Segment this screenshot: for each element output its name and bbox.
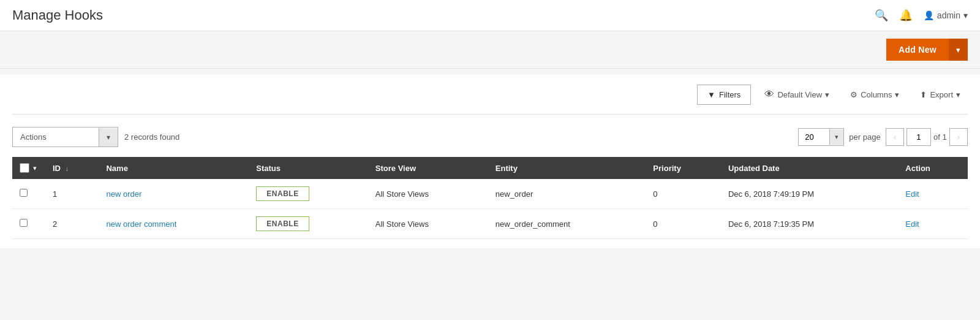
default-view-dropdown-icon: ▾ <box>825 90 829 99</box>
th-status-label: Status <box>256 164 281 173</box>
admin-user-label: admin <box>937 10 960 20</box>
row-checkbox-cell <box>12 179 45 209</box>
edit-link-1[interactable]: Edit <box>905 219 919 229</box>
row-entity-1: new_order_comment <box>488 209 646 239</box>
per-page-label: per page <box>849 132 880 142</box>
actions-select[interactable]: Actions <box>13 128 99 147</box>
header-icons: 🔍 🔔 👤 admin ▾ <box>875 9 968 22</box>
columns-dropdown-icon: ▾ <box>895 90 899 99</box>
export-dropdown-icon: ▾ <box>956 90 960 99</box>
per-page-dropdown-button[interactable]: ▾ <box>829 129 843 145</box>
filter-icon: ▼ <box>707 90 715 99</box>
row-checkbox-cell <box>12 209 45 239</box>
row-entity-0: new_order <box>488 179 646 209</box>
th-updated-date: Updated Date <box>721 157 898 179</box>
prev-page-button[interactable]: ‹ <box>886 128 904 146</box>
search-icon[interactable]: 🔍 <box>875 9 888 22</box>
page-title: Manage Hooks <box>12 7 103 23</box>
row-store-view-1: All Store Views <box>368 209 488 239</box>
actions-left: Actions ▾ 2 records found <box>12 127 179 147</box>
gear-icon: ⚙ <box>850 90 858 99</box>
row-action-0: Edit <box>898 179 968 209</box>
next-page-button[interactable]: › <box>949 128 968 146</box>
row-status-0: ENABLE <box>249 179 368 209</box>
export-label: Export <box>930 90 953 99</box>
th-priority-label: Priority <box>653 164 681 173</box>
per-page-select[interactable]: 20 <box>799 129 829 145</box>
admin-user-menu[interactable]: 👤 admin ▾ <box>924 10 968 20</box>
th-status: Status <box>249 157 368 179</box>
status-badge-1: ENABLE <box>256 216 309 231</box>
table-row: 1 new order ENABLE All Store Views new_o… <box>12 179 968 209</box>
select-all-checkbox[interactable] <box>20 163 29 173</box>
filters-button[interactable]: ▼ Filters <box>697 85 751 105</box>
th-name: Name <box>99 157 249 179</box>
th-priority: Priority <box>646 157 721 179</box>
th-name-label: Name <box>106 164 127 173</box>
content-area: ▼ Filters 👁 Default View ▾ ⚙ Columns ▾ ⬆… <box>0 75 980 248</box>
row-updated-date-0: Dec 6, 2018 7:49:19 PM <box>721 179 898 209</box>
toolbar-top: Add New ▾ <box>0 31 980 69</box>
add-new-dropdown-button[interactable]: ▾ <box>949 39 968 61</box>
row-name-1[interactable]: new order comment <box>99 209 249 239</box>
page-number-input[interactable] <box>907 128 931 146</box>
th-entity-label: Entity <box>496 164 518 173</box>
table-header-row: ▾ ID ↓ Name Status Store View Entity <box>12 157 968 179</box>
row-action-1: Edit <box>898 209 968 239</box>
records-found: 2 records found <box>124 132 179 142</box>
default-view-label: Default View <box>777 90 822 99</box>
checkbox-dropdown-button[interactable]: ▾ <box>32 164 38 172</box>
page-header: Manage Hooks 🔍 🔔 👤 admin ▾ <box>0 0 980 31</box>
status-badge-0: ENABLE <box>256 186 309 201</box>
add-new-button[interactable]: Add New <box>886 39 949 61</box>
actions-select-group: Actions ▾ <box>12 127 118 147</box>
data-table: ▾ ID ↓ Name Status Store View Entity <box>12 157 968 239</box>
row-priority-0: 0 <box>646 179 721 209</box>
row-store-view-0: All Store Views <box>368 179 488 209</box>
row-updated-date-1: Dec 6, 2018 7:19:35 PM <box>721 209 898 239</box>
table-row: 2 new order comment ENABLE All Store Vie… <box>12 209 968 239</box>
add-new-btn-group: Add New ▾ <box>886 39 968 61</box>
row-status-1: ENABLE <box>249 209 368 239</box>
sort-icon-id[interactable]: ↓ <box>66 166 69 172</box>
row-id-1: 2 <box>45 209 99 239</box>
row-checkbox-1[interactable] <box>20 219 28 227</box>
row-name-0[interactable]: new order <box>99 179 249 209</box>
default-view-button[interactable]: 👁 Default View ▾ <box>757 84 837 105</box>
notification-icon[interactable]: 🔔 <box>899 9 913 22</box>
th-store-view-label: Store View <box>375 164 416 173</box>
row-id-0: 1 <box>45 179 99 209</box>
export-button[interactable]: ⬆ Export ▾ <box>913 85 968 104</box>
admin-user-icon: 👤 <box>924 10 934 20</box>
th-id: ID ↓ <box>45 157 99 179</box>
columns-button[interactable]: ⚙ Columns ▾ <box>843 85 907 104</box>
checkbox-header: ▾ <box>12 157 45 179</box>
th-id-label: ID <box>53 164 61 173</box>
row-priority-1: 0 <box>646 209 721 239</box>
th-store-view: Store View <box>368 157 488 179</box>
row-checkbox-0[interactable] <box>20 189 28 197</box>
of-label: of 1 <box>933 132 947 142</box>
th-entity: Entity <box>488 157 646 179</box>
columns-label: Columns <box>861 90 892 99</box>
filters-row: ▼ Filters 👁 Default View ▾ ⚙ Columns ▾ ⬆… <box>12 84 968 115</box>
th-action: Action <box>898 157 968 179</box>
edit-link-0[interactable]: Edit <box>905 189 919 199</box>
export-icon: ⬆ <box>920 90 927 99</box>
eye-icon: 👁 <box>764 89 774 100</box>
filters-label: Filters <box>719 90 741 99</box>
per-page-select-group: 20 ▾ <box>798 128 844 146</box>
th-action-label: Action <box>905 164 930 173</box>
admin-dropdown-icon: ▾ <box>963 10 968 20</box>
pagination-nav: ‹ of 1 › <box>886 128 968 146</box>
actions-row: Actions ▾ 2 records found 20 ▾ per page … <box>12 122 968 152</box>
th-updated-date-label: Updated Date <box>728 164 780 173</box>
pagination-right: 20 ▾ per page ‹ of 1 › <box>798 128 968 146</box>
actions-dropdown-button[interactable]: ▾ <box>99 128 118 147</box>
